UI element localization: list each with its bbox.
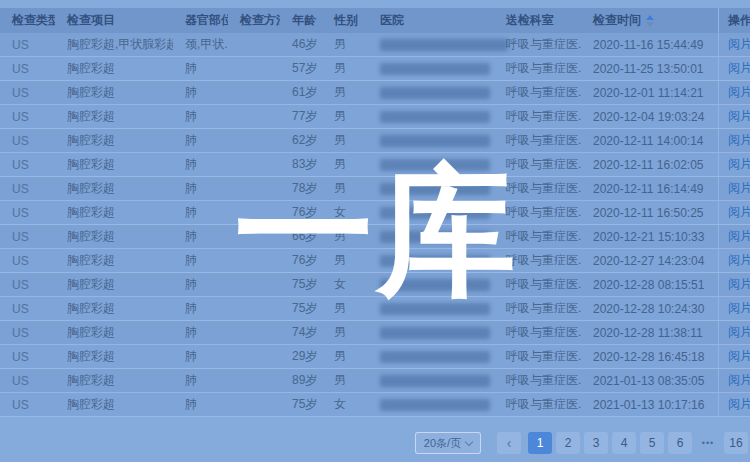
cell-age: 78岁 <box>280 180 322 197</box>
page-ellipsis[interactable]: ••• <box>696 432 720 454</box>
hospital-redacted-bar <box>380 159 490 171</box>
cell-organ: 肺 <box>173 252 228 269</box>
view-images-link[interactable]: 阅片 <box>728 372 750 389</box>
hospital-redacted-bar <box>380 303 490 315</box>
cell-hospital <box>368 375 494 387</box>
page-button[interactable]: 16 <box>724 432 748 454</box>
cell-actions: 阅片 <box>718 153 750 176</box>
cell-age: 62岁 <box>280 132 322 149</box>
cell-exam-item: 胸腔彩超,甲状腺彩超 <box>55 36 173 53</box>
page-size-select[interactable]: 20条/页 <box>415 432 481 454</box>
view-images-link[interactable]: 阅片 <box>728 324 750 341</box>
page-button[interactable]: 3 <box>584 432 608 454</box>
page-size-label: 20条/页 <box>424 436 461 451</box>
cell-organ: 肺 <box>173 132 228 149</box>
table-row: US 胸腔彩超 肺 75岁 女 呼吸与重症医... 2021-01-13 10:… <box>0 393 750 417</box>
page-button[interactable]: 1 <box>528 432 552 454</box>
table-row: US 胸腔彩超 肺 29岁 男 呼吸与重症医... 2020-12-28 16:… <box>0 345 750 369</box>
cell-gender: 男 <box>322 180 368 197</box>
cell-organ: 颈,甲状... <box>173 36 228 53</box>
view-images-link[interactable]: 阅片 <box>728 156 750 173</box>
cell-exam-item: 胸腔彩超 <box>55 108 173 125</box>
view-images-link[interactable]: 阅片 <box>728 180 750 197</box>
view-images-link[interactable]: 阅片 <box>728 300 750 317</box>
header-exam-time-sortable[interactable]: 检查时间 <box>581 12 718 29</box>
view-images-link[interactable]: 阅片 <box>728 228 750 245</box>
chevron-down-icon <box>465 437 473 445</box>
cell-actions: 阅片 <box>718 177 750 200</box>
cell-age: 77岁 <box>280 108 322 125</box>
cell-dept: 呼吸与重症医... <box>494 300 581 317</box>
cell-hospital <box>368 87 494 99</box>
cell-organ: 肺 <box>173 156 228 173</box>
cell-actions: 阅片 <box>718 297 750 320</box>
cell-age: 29岁 <box>280 348 322 365</box>
cell-organ: 肺 <box>173 372 228 389</box>
header-organ: 器官部位 <box>173 12 228 29</box>
cell-exam-item: 胸腔彩超 <box>55 60 173 77</box>
cell-hospital <box>368 351 494 363</box>
page-button[interactable]: 4 <box>612 432 636 454</box>
page-button[interactable]: 5 <box>640 432 664 454</box>
view-images-link[interactable]: 阅片 <box>728 84 750 101</box>
page-button[interactable]: 2 <box>556 432 580 454</box>
cell-hospital <box>368 303 494 315</box>
table-row: US 胸腔彩超 肺 75岁 男 呼吸与重症医... 2020-12-28 10:… <box>0 297 750 321</box>
view-images-link[interactable]: 阅片 <box>728 252 750 269</box>
page-number-list: 123456•••16 <box>524 432 748 454</box>
cell-exam-time: 2020-12-28 10:24:30 <box>581 302 718 316</box>
header-method: 检查方法 <box>228 12 280 29</box>
hospital-redacted-bar <box>380 39 508 51</box>
hospital-redacted-bar <box>380 63 490 75</box>
header-exam-time-label: 检查时间 <box>593 13 641 27</box>
cell-hospital <box>368 183 494 195</box>
table-row: US 胸腔彩超 肺 83岁 男 呼吸与重症医... 2020-12-11 16:… <box>0 153 750 177</box>
cell-exam-type: US <box>0 350 55 364</box>
view-images-link[interactable]: 阅片 <box>728 276 750 293</box>
cell-exam-item: 胸腔彩超 <box>55 204 173 221</box>
cell-age: 74岁 <box>280 324 322 341</box>
cell-age: 76岁 <box>280 252 322 269</box>
cell-dept: 呼吸与重症医... <box>494 204 581 221</box>
view-images-link[interactable]: 阅片 <box>728 348 750 365</box>
view-images-link[interactable]: 阅片 <box>728 396 750 413</box>
cell-organ: 肺 <box>173 108 228 125</box>
table-body: US 胸腔彩超,甲状腺彩超 颈,甲状... 46岁 男 呼吸与重症医... 20… <box>0 33 750 417</box>
table-row: US 胸腔彩超 肺 77岁 男 呼吸与重症医... 2020-12-04 19:… <box>0 105 750 129</box>
header-actions: 操作 <box>718 8 750 33</box>
hospital-redacted-bar <box>380 279 490 291</box>
exam-table: 检查类型 检查项目 器官部位 检查方法 年龄 性别 医院 送检科室 检查时间 操… <box>0 8 750 417</box>
cell-organ: 肺 <box>173 276 228 293</box>
cell-dept: 呼吸与重症医... <box>494 348 581 365</box>
cell-gender: 男 <box>322 60 368 77</box>
cell-gender: 男 <box>322 228 368 245</box>
cell-gender: 男 <box>322 300 368 317</box>
view-images-link[interactable]: 阅片 <box>728 36 750 53</box>
cell-age: 75岁 <box>280 300 322 317</box>
view-images-link[interactable]: 阅片 <box>728 132 750 149</box>
cell-exam-time: 2021-01-13 10:17:16 <box>581 398 718 412</box>
cell-exam-type: US <box>0 230 55 244</box>
cell-actions: 阅片 <box>718 321 750 344</box>
cell-hospital <box>368 63 494 75</box>
view-images-link[interactable]: 阅片 <box>728 60 750 77</box>
prev-page-button[interactable]: ‹ <box>497 432 521 454</box>
cell-exam-item: 胸腔彩超 <box>55 228 173 245</box>
cell-exam-time: 2020-11-16 15:44:49 <box>581 38 718 52</box>
cell-exam-time: 2020-12-27 14:23:04 <box>581 254 718 268</box>
cell-exam-type: US <box>0 278 55 292</box>
table-row: US 胸腔彩超 肺 66岁 男 呼吸与重症医... 2020-12-21 15:… <box>0 225 750 249</box>
cell-exam-item: 胸腔彩超 <box>55 180 173 197</box>
cell-exam-type: US <box>0 398 55 412</box>
hospital-redacted-bar <box>380 87 490 99</box>
view-images-link[interactable]: 阅片 <box>728 204 750 221</box>
cell-dept: 呼吸与重症医... <box>494 276 581 293</box>
cell-exam-type: US <box>0 110 55 124</box>
sort-ascending-icon[interactable] <box>646 15 654 27</box>
cell-hospital <box>368 231 494 243</box>
cell-age: 89岁 <box>280 372 322 389</box>
cell-actions: 阅片 <box>718 201 750 224</box>
page-button[interactable]: 6 <box>668 432 692 454</box>
view-images-link[interactable]: 阅片 <box>728 108 750 125</box>
hospital-redacted-bar <box>380 255 490 267</box>
